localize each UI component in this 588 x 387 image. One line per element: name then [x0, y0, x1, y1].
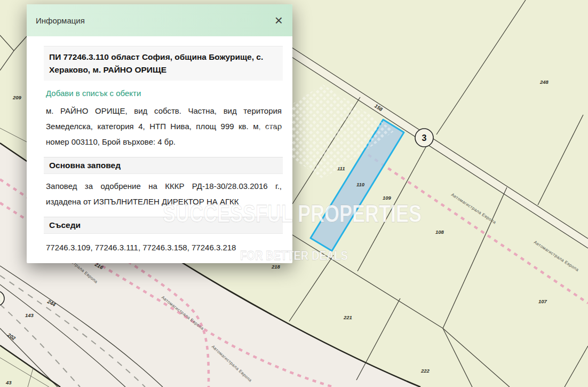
property-description: м. РАЙНО ОРИЩЕ, вид собств. Частна, вид …: [46, 103, 283, 149]
parcel-label-248: 248: [539, 79, 549, 85]
popup-body: ПИ 77246.3.110 област София, община Божу…: [27, 36, 292, 263]
section-heading-neighbours: Съседи: [44, 217, 283, 234]
parcel-label-111: 111: [337, 165, 345, 171]
parcel-label-107: 107: [538, 298, 547, 304]
parcel-label-109: 109: [383, 195, 392, 201]
app-viewport: 3 2 209248158111110109108107221222218216…: [0, 0, 588, 387]
add-to-list-link[interactable]: Добави в списък с обекти: [46, 89, 141, 98]
parcel-label-222: 222: [420, 368, 430, 374]
parcel-label-143: 143: [25, 312, 34, 318]
parcel-label-218: 218: [271, 264, 281, 270]
parcel-label-43: 43: [5, 380, 12, 385]
road-marker-3: 3: [415, 129, 433, 147]
close-icon[interactable]: ×: [274, 13, 284, 27]
parcel-label-108: 108: [435, 229, 444, 235]
parcel-label-221: 221: [343, 314, 352, 320]
popup-title: Информация: [36, 16, 85, 25]
road-marker-3-label: 3: [422, 133, 427, 143]
popup-header: Информация ×: [27, 4, 292, 36]
section-text-order: Заповед за одобрение на КККР РД-18-30/28…: [46, 178, 283, 209]
property-title: ПИ 77246.3.110 област София, община Божу…: [44, 46, 283, 81]
info-popup: Информация × ПИ 77246.3.110 област София…: [27, 4, 292, 263]
parcel-label-110: 110: [356, 181, 365, 187]
section-heading-order: Основна заповед: [44, 157, 283, 174]
parcel-label-209: 209: [12, 94, 22, 100]
section-text-neighbours: 77246.3.109, 77246.3.111, 77246.3.158, 7…: [46, 240, 283, 255]
